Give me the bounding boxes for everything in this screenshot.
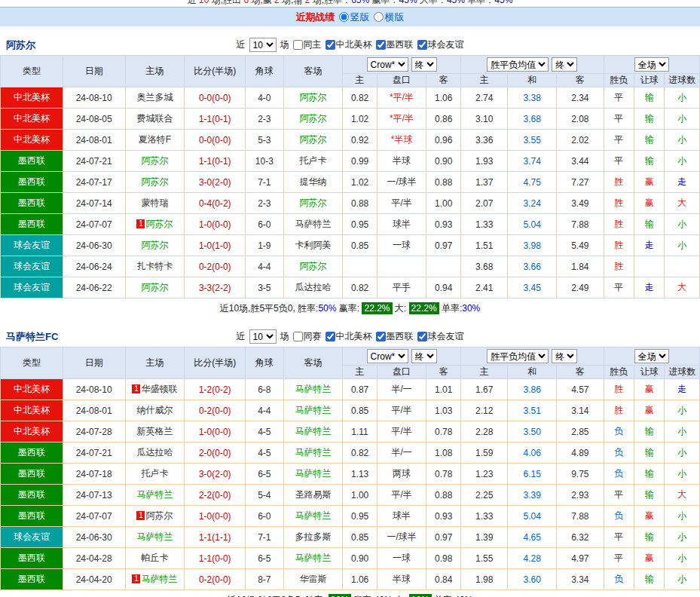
home-team-link[interactable]: 阿苏尔 [141,176,168,187]
handicap-result-cell [634,256,665,277]
away-team-link[interactable]: 马萨特兰 [295,553,331,563]
league-cell: 墨西联 [1,193,63,214]
filter-checkbox-option[interactable]: 同主 [293,38,322,51]
home-team-link[interactable]: 马萨特兰 [136,531,173,542]
vertical-view-option[interactable]: 竖版 [339,11,370,24]
away-team-link[interactable]: 圣路易斯 [295,489,331,500]
away-team-link[interactable]: 阿苏尔 [299,113,326,124]
column-header: 主场 [125,56,185,87]
away-team-link[interactable]: 华雷斯 [299,574,326,584]
home-team-link[interactable]: 费城联合 [136,113,173,124]
column-header: 比分(半场) [185,56,246,87]
away-team-link[interactable]: 马萨特兰 [295,426,331,436]
corners-cell: 2-3 [246,193,283,214]
sub-column-header: 让球 [634,74,665,87]
filter-checkbox[interactable] [417,40,427,50]
filter-checkbox-option[interactable]: 墨西联 [376,330,414,343]
away-team-link[interactable]: 托卢卡 [299,155,326,166]
away-handicap-odds-cell: 0.97 [426,527,460,548]
away-team-link[interactable]: 马萨特兰 [295,384,331,394]
filter-checkbox[interactable] [376,332,386,341]
top-summary-segment: 45% [399,0,417,5]
filter-checkbox[interactable] [326,332,335,341]
away-team-link[interactable]: 马萨特兰 [295,510,331,521]
wdl-average-select[interactable]: 胜平负均值 [487,57,549,72]
home-team-link[interactable]: 帕丘卡 [141,553,168,563]
vertical-view-radio[interactable] [339,12,349,22]
score-cell: 2-2(0-0) [185,485,246,506]
home-team-link[interactable]: 阿苏尔 [145,510,173,521]
top-summary-line: 近 10 场,胜出 6 场,赢 2 场,输 2 场,胜率：65% 赢率：45% … [0,0,700,7]
bookmaker-select[interactable]: Crow* [367,349,408,363]
handicap-cell: *平/半 [377,109,426,130]
away-team-link[interactable]: 阿苏尔 [299,197,326,208]
wdl-average-select[interactable]: 胜平负均值 [487,349,549,363]
filter-checkbox-label: 同主 [304,38,322,51]
home-team-link[interactable]: 马萨特兰 [141,574,177,584]
home-team-link[interactable]: 扎卡特卡 [136,261,173,271]
result-cell: 胜 [604,235,634,256]
filter-checkbox[interactable] [326,40,335,50]
away-team-link[interactable]: 提华纳 [299,176,326,187]
filter-checkbox-option[interactable]: 墨西联 [376,38,414,51]
top-summary-segment: 场,胜率： [310,0,351,5]
odds-stage-select[interactable]: 终 [411,349,437,363]
team-name-link[interactable]: 阿苏尔 [6,38,35,52]
home-team-link[interactable]: 马萨特兰 [136,489,173,500]
home-team-link[interactable]: 夏洛特F [139,134,171,145]
home-team-link[interactable]: 新英格兰 [136,426,173,436]
horizontal-view-option[interactable]: 横版 [374,11,405,24]
wdl-stage-select[interactable]: 终 [552,349,577,363]
wdl-stage-select[interactable]: 终 [552,57,577,72]
filter-checkbox-option[interactable]: 同赛 [293,330,322,343]
away-team-link[interactable]: 卡利阿美 [295,240,331,250]
filter-checkbox[interactable] [293,332,303,341]
scope-select[interactable]: 全场 [634,349,669,363]
away-team-cell: 圣路易斯 [283,485,343,506]
home-handicap-odds-cell: 0.82 [343,277,377,298]
date-cell: 24-06-24 [63,256,125,277]
away-team-link[interactable]: 阿苏尔 [299,261,326,271]
filter-checkbox-option[interactable]: 球会友谊 [417,38,464,51]
top-summary-strip: 近 10 场,胜出 6 场,赢 2 场,输 2 场,胜率：65% 赢率：45% … [0,0,700,7]
away-team-link[interactable]: 瓜达拉哈 [295,282,331,292]
corners-cell: 6-8 [246,379,283,400]
away-team-link[interactable]: 马萨特兰 [295,447,331,458]
avg-home-odds-cell: 1.51 [460,235,508,256]
filter-checkbox[interactable] [417,332,427,341]
home-team-link[interactable]: 纳什威尔 [136,405,173,415]
result-cell: 平 [604,130,634,151]
corners-cell: 6-5 [246,464,283,485]
away-team-link[interactable]: 阿苏尔 [299,92,326,103]
home-team-link[interactable]: 阿苏尔 [141,240,168,250]
filter-checkbox[interactable] [376,40,386,50]
horizontal-view-radio[interactable] [374,12,384,22]
home-team-link[interactable]: 奥兰多城 [136,92,173,103]
filter-checkbox-label: 墨西联 [387,330,414,343]
filter-checkbox-option[interactable]: 中北美杯 [326,330,372,343]
home-team-link[interactable]: 瓜达拉哈 [136,447,173,458]
team-name-link[interactable]: 马萨特兰FC [6,330,58,344]
home-team-link[interactable]: 托卢卡 [141,468,168,479]
home-team-link[interactable]: 阿苏尔 [145,219,173,229]
away-team-link[interactable]: 马萨特兰 [295,219,331,229]
match-count-select[interactable]: 10 [249,38,277,52]
goals-result-cell: 走 [665,379,700,400]
away-team-link[interactable]: 多拉多斯 [295,531,331,542]
odds-stage-select[interactable]: 终 [411,57,437,72]
home-team-link[interactable]: 阿苏尔 [141,282,168,292]
away-team-link[interactable]: 马萨特兰 [295,405,331,415]
away-team-link[interactable]: 阿苏尔 [299,134,326,145]
handicap-cell: 半球 [377,151,426,172]
away-team-cell: 马萨特兰 [283,442,343,464]
filter-checkbox-option[interactable]: 中北美杯 [326,38,372,51]
filter-checkbox-option[interactable]: 球会友谊 [417,330,464,343]
home-team-link[interactable]: 华盛顿联 [141,384,177,394]
bookmaker-select[interactable]: Crow* [367,57,408,72]
filter-checkbox[interactable] [293,40,303,50]
home-team-link[interactable]: 蒙特瑞 [141,197,168,208]
home-team-link[interactable]: 阿苏尔 [141,155,168,166]
match-count-select[interactable]: 10 [249,329,277,344]
away-team-link[interactable]: 马萨特兰 [295,468,331,479]
scope-select[interactable]: 全场 [634,57,669,72]
